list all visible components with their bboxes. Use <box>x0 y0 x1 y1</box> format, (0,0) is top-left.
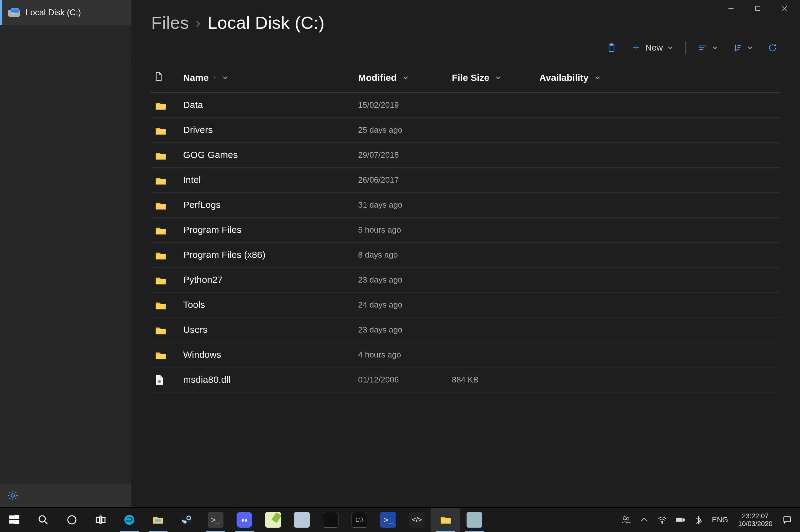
column-header-modified-label: Modified <box>358 72 397 83</box>
row-name: Python27 <box>179 267 354 292</box>
main-panel: Files › Local Disk (C:) New <box>131 0 800 507</box>
table-row[interactable]: Windows 4 hours ago <box>151 342 780 367</box>
sidebar-location-tab[interactable]: Local Disk (C:) <box>0 0 131 25</box>
chevron-down-icon <box>495 75 501 81</box>
column-header-name[interactable]: Name ↑ <box>179 63 354 92</box>
svg-point-21 <box>39 516 45 522</box>
toolbar: New <box>131 33 800 63</box>
taskbar-app-notepadpp[interactable] <box>259 508 288 532</box>
sort-icon <box>732 43 743 53</box>
sidebar: Local Disk (C:) <box>0 0 131 507</box>
maximize-button[interactable] <box>744 0 771 17</box>
row-name: Users <box>179 317 354 342</box>
taskbar-app-generic-2[interactable] <box>460 508 489 532</box>
table-row[interactable]: Intel 26/06/2017 <box>151 167 780 192</box>
row-icon-cell <box>151 192 179 217</box>
table-row[interactable]: GOG Games 29/07/2018 <box>151 142 780 167</box>
start-button[interactable] <box>0 508 29 532</box>
people-button[interactable] <box>617 508 635 532</box>
table-row[interactable]: Program Files 5 hours ago <box>151 217 780 242</box>
row-icon-cell <box>151 317 179 342</box>
row-icon-cell <box>151 142 179 167</box>
row-availability <box>535 242 780 267</box>
file-list: Name ↑ Modified File Size <box>131 63 800 393</box>
steam-icon <box>181 514 193 526</box>
paste-button[interactable] <box>604 41 619 55</box>
settings-button[interactable] <box>0 483 131 507</box>
taskbar-app-edge[interactable] <box>115 508 144 532</box>
table-row[interactable]: Program Files (x86) 8 days ago <box>151 242 780 267</box>
clipboard-icon <box>606 43 617 53</box>
refresh-button[interactable] <box>765 41 780 55</box>
new-button[interactable]: New <box>629 41 676 55</box>
breadcrumb-root[interactable]: Files <box>151 13 189 33</box>
taskbar-app-devtools[interactable]: </> <box>402 508 431 532</box>
column-header-row: Name ↑ Modified File Size <box>151 63 780 92</box>
table-row[interactable]: PerfLogs 31 days ago <box>151 192 780 217</box>
row-modified: 4 hours ago <box>354 342 448 367</box>
row-name: GOG Games <box>179 142 354 167</box>
taskbar-app-cmd[interactable] <box>316 508 345 532</box>
column-header-file-size[interactable]: File Size <box>448 63 535 92</box>
svg-rect-39 <box>676 518 682 521</box>
row-size <box>448 142 535 167</box>
taskbar-app-steam[interactable] <box>172 508 201 532</box>
refresh-icon <box>767 43 778 53</box>
taskbar-app-terminal[interactable]: >_ <box>201 508 230 532</box>
taskbar-app-explorer[interactable] <box>144 508 172 532</box>
row-icon-cell <box>151 117 179 142</box>
taskbar-app-powershell[interactable]: >_ <box>374 508 402 532</box>
drive-icon <box>8 8 20 17</box>
table-row[interactable]: Drivers 25 days ago <box>151 117 780 142</box>
plus-icon <box>631 43 641 53</box>
sort-button[interactable] <box>730 41 756 55</box>
table-row[interactable]: Users 23 days ago <box>151 317 780 342</box>
column-header-availability[interactable]: Availability <box>535 63 780 92</box>
minimize-button[interactable] <box>717 0 744 17</box>
column-header-name-label: Name <box>183 72 209 83</box>
search-button[interactable] <box>29 508 57 532</box>
chevron-right-icon: › <box>196 15 201 31</box>
taskbar-app-generic-1[interactable] <box>288 508 316 532</box>
svg-rect-18 <box>14 515 19 519</box>
close-button[interactable] <box>771 0 798 17</box>
taskbar-app-discord[interactable] <box>230 508 259 532</box>
windows-icon <box>8 514 21 526</box>
task-view-button[interactable] <box>86 508 115 532</box>
tray-bluetooth[interactable] <box>689 508 708 532</box>
battery-icon <box>676 515 685 525</box>
svg-point-35 <box>626 518 629 520</box>
table-row[interactable]: msdia80.dll 01/12/2006 884 KB <box>151 367 780 392</box>
tray-wifi[interactable] <box>653 508 671 532</box>
language-indicator[interactable]: ENG <box>708 508 732 532</box>
row-icon-cell <box>151 167 179 192</box>
svg-rect-1 <box>756 6 760 11</box>
action-center-button[interactable] <box>778 508 796 532</box>
task-view-icon <box>94 514 107 526</box>
clock-date: 10/03/2020 <box>738 520 772 528</box>
row-name: PerfLogs <box>179 192 354 217</box>
table-row[interactable]: Data 15/02/2019 <box>151 92 780 117</box>
tray-battery[interactable] <box>671 508 689 532</box>
column-header-icon[interactable] <box>151 63 179 92</box>
svg-rect-28 <box>155 519 161 522</box>
table-row[interactable]: Python27 23 days ago <box>151 267 780 292</box>
breadcrumb-current: Local Disk (C:) <box>207 13 325 33</box>
column-header-modified[interactable]: Modified <box>354 63 448 92</box>
taskbar-app-files-uwp[interactable] <box>431 508 460 532</box>
sidebar-spacer <box>0 25 131 483</box>
cortana-button[interactable] <box>57 508 86 532</box>
row-icon-cell <box>151 342 179 367</box>
show-desktop-button[interactable] <box>796 508 800 532</box>
layout-button[interactable] <box>695 41 721 55</box>
row-icon-cell <box>151 92 179 117</box>
tray-expand-button[interactable] <box>635 508 653 532</box>
clock[interactable]: 23:22:07 10/03/2020 <box>732 508 778 532</box>
row-availability <box>535 367 780 392</box>
row-size <box>448 342 535 367</box>
people-icon <box>621 515 631 525</box>
table-row[interactable]: Tools 24 days ago <box>151 292 780 317</box>
taskbar-app-console[interactable]: C:\ <box>345 508 374 532</box>
row-size <box>448 167 535 192</box>
row-modified: 29/07/2018 <box>354 142 448 167</box>
